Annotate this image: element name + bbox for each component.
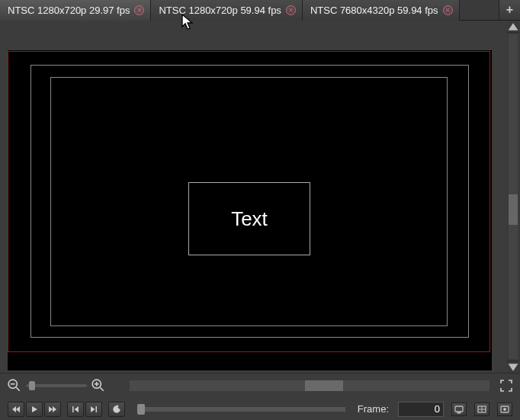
loop-button[interactable] xyxy=(108,402,125,417)
fast-forward-button[interactable] xyxy=(44,402,61,417)
scroll-down-icon[interactable] xyxy=(507,361,519,373)
play-button[interactable] xyxy=(26,402,43,417)
close-tab-icon[interactable]: × xyxy=(286,5,296,15)
close-tab-icon[interactable]: × xyxy=(443,5,453,15)
frame-slider-knob[interactable] xyxy=(137,404,145,415)
transport-controls xyxy=(8,402,125,417)
zoom-slider[interactable] xyxy=(26,384,87,387)
tab-bar: NTSC 1280x720p 29.97 fps × NTSC 1280x720… xyxy=(0,0,520,21)
svg-rect-9 xyxy=(455,406,463,412)
horizontal-scrollbar[interactable] xyxy=(130,380,490,391)
tab-spacer xyxy=(460,0,499,20)
zoom-out-button[interactable] xyxy=(8,379,21,393)
close-tab-icon[interactable]: × xyxy=(134,5,144,15)
viewport[interactable]: Text xyxy=(0,21,506,373)
tab-1[interactable]: NTSC 1280x720p 59.94 fps × xyxy=(151,0,302,21)
display-mode-button-3[interactable] xyxy=(497,402,512,416)
text-layer[interactable]: Text xyxy=(188,182,310,255)
svg-rect-8 xyxy=(96,406,98,412)
tab-label: NTSC 1280x720p 29.97 fps xyxy=(8,5,130,16)
fullscreen-button[interactable] xyxy=(500,380,512,392)
display-mode-button-2[interactable] xyxy=(474,402,490,416)
prev-frame-button[interactable] xyxy=(67,402,84,417)
zoom-in-button[interactable] xyxy=(91,379,105,393)
vertical-scroll-thumb[interactable] xyxy=(509,194,518,225)
tab-0[interactable]: NTSC 1280x720p 29.97 fps × xyxy=(0,0,151,21)
svg-rect-10 xyxy=(457,412,461,413)
display-mode-button-1[interactable] xyxy=(451,402,467,416)
zoom-slider-knob[interactable] xyxy=(29,381,35,390)
footer-controls: Frame: xyxy=(0,373,520,420)
tab-label: NTSC 7680x4320p 59.94 fps xyxy=(310,5,438,16)
tab-label: NTSC 1280x720p 59.94 fps xyxy=(159,5,281,16)
frame-label: Frame: xyxy=(358,403,389,415)
tab-2[interactable]: NTSC 7680x4320p 59.94 fps × xyxy=(303,0,460,21)
svg-point-15 xyxy=(504,408,506,410)
horizontal-scroll-thumb[interactable] xyxy=(305,380,343,391)
next-frame-button[interactable] xyxy=(85,402,102,417)
rewind-button[interactable] xyxy=(8,402,24,417)
vertical-scrollbar[interactable] xyxy=(506,21,520,373)
svg-line-1 xyxy=(16,387,20,391)
add-tab-button[interactable]: + xyxy=(499,0,520,20)
frame-input[interactable] xyxy=(398,402,444,417)
svg-rect-7 xyxy=(72,406,74,412)
svg-line-4 xyxy=(100,387,104,391)
frame-slider[interactable] xyxy=(137,407,345,412)
main-area: Text xyxy=(0,21,520,373)
scroll-up-icon[interactable] xyxy=(507,21,519,33)
vertical-scroll-track[interactable] xyxy=(509,34,518,359)
text-layer-content: Text xyxy=(231,207,268,231)
